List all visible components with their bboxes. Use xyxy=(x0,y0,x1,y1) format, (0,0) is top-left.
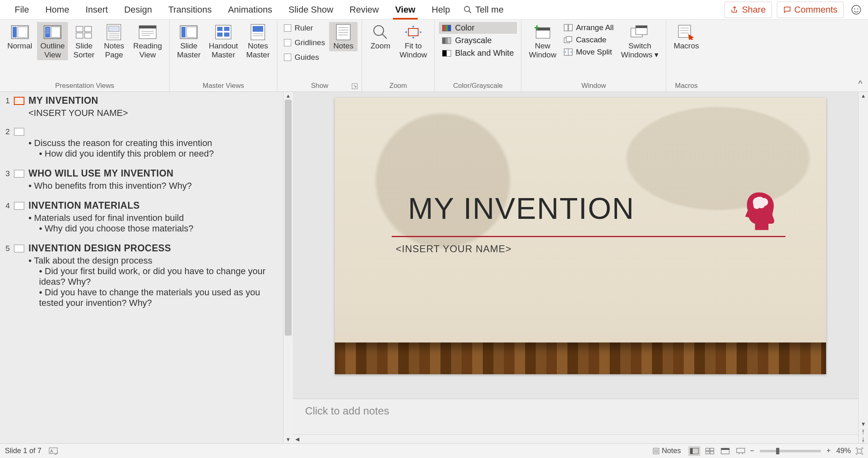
spellcheck-icon[interactable] xyxy=(49,447,58,455)
scroll-up-icon[interactable]: ▲ xyxy=(286,92,291,100)
outline-slide[interactable]: 4INVENTION MATERIALSMaterials used for f… xyxy=(3,200,279,234)
next-slide-icon[interactable]: ⭳ xyxy=(861,436,866,443)
svg-line-1 xyxy=(469,11,471,13)
fit-to-window-icon xyxy=(403,24,423,40)
outline-slide-thumb[interactable] xyxy=(14,202,24,210)
zoom-button[interactable]: Zoom xyxy=(366,22,395,51)
scroll-down-icon[interactable]: ▼ xyxy=(861,420,866,428)
tell-me-search[interactable]: Tell me xyxy=(463,4,504,15)
outline-slide[interactable]: 3WHO WILL USE MY INVENTIONWho benefits f… xyxy=(3,168,279,191)
zoom-out-button[interactable]: − xyxy=(748,447,756,455)
scroll-track[interactable] xyxy=(284,100,293,436)
arrange-all-button[interactable]: Arrange All xyxy=(561,22,616,33)
scroll-down-icon[interactable]: ▼ xyxy=(286,436,291,443)
outline-slide[interactable]: 1MY INVENTION<INSERT YOUR NAME> xyxy=(3,95,279,118)
outline-slide-body[interactable]: Materials used for final invention build… xyxy=(28,213,279,234)
group-color-grayscale-label: Color/Grayscale xyxy=(439,80,517,91)
grayscale-label: Grayscale xyxy=(455,36,492,45)
tab-transitions[interactable]: Transitions xyxy=(160,0,220,19)
comments-button[interactable]: Comments xyxy=(777,2,844,18)
gridlines-checkbox[interactable]: Gridlines xyxy=(281,37,327,49)
grayscale-mode-button[interactable]: Grayscale xyxy=(439,35,517,46)
slide-title[interactable]: MY INVENTION xyxy=(408,191,635,226)
tab-view[interactable]: View xyxy=(387,0,424,19)
ruler-checkbox[interactable]: Ruler xyxy=(281,22,327,34)
tab-file[interactable]: File xyxy=(7,0,37,19)
feedback-smiley-icon[interactable] xyxy=(851,4,861,15)
outline-slide[interactable]: 2Discuss the reason for creating this in… xyxy=(3,127,279,159)
zoom-slider[interactable] xyxy=(760,450,821,452)
outline-slide-body[interactable]: Who benefits from this invention? Why? xyxy=(28,181,279,191)
slide-sorter-button[interactable]: Slide Sorter xyxy=(70,22,98,60)
notes-toggle-button[interactable]: Notes xyxy=(329,22,358,51)
new-window-button[interactable]: New Window xyxy=(526,22,560,60)
scroll-left-icon[interactable]: ◀ xyxy=(293,436,302,442)
outline-slide-thumb[interactable] xyxy=(14,244,24,253)
slide-master-icon xyxy=(179,24,198,40)
outline-slide-title[interactable]: INVENTION DESIGN PROCESS xyxy=(28,243,171,254)
scroll-track[interactable] xyxy=(302,435,859,443)
outline-slide-thumb[interactable] xyxy=(14,170,24,178)
move-split-button[interactable]: Move Split xyxy=(561,46,616,58)
stage-scrollbar[interactable]: ▲ ▼ ⭱ ⭳ xyxy=(858,92,868,443)
collapse-ribbon-button[interactable]: ^ xyxy=(858,79,868,92)
normal-view-status-button[interactable] xyxy=(688,446,700,456)
outline-scrollbar[interactable]: ▲ ▼ xyxy=(283,92,293,443)
prev-slide-icon[interactable]: ⭱ xyxy=(861,428,866,436)
slide-master-button[interactable]: Slide Master xyxy=(174,22,204,60)
outline-slide-body[interactable]: Discuss the reason for creating this inv… xyxy=(28,138,279,159)
outline-slide[interactable]: 5INVENTION DESIGN PROCESSTalk about the … xyxy=(3,243,279,308)
outline-slide-title[interactable]: WHO WILL USE MY INVENTION xyxy=(28,168,174,179)
cascade-button[interactable]: Cascade xyxy=(561,34,616,46)
zoom-slider-knob[interactable] xyxy=(776,448,779,454)
color-mode-button[interactable]: Color xyxy=(439,22,517,34)
normal-view-button[interactable]: Normal xyxy=(4,22,35,51)
blackwhite-mode-button[interactable]: Black and White xyxy=(439,47,517,59)
tab-animations[interactable]: Animations xyxy=(220,0,280,19)
share-icon xyxy=(731,6,739,14)
tab-slide-show[interactable]: Slide Show xyxy=(280,0,341,19)
handout-master-label: Handout Master xyxy=(209,41,238,59)
notes-pane[interactable]: Click to add notes xyxy=(293,399,868,434)
tab-home[interactable]: Home xyxy=(37,0,77,19)
tab-help[interactable]: Help xyxy=(423,0,458,19)
notes-master-button[interactable]: Notes Master xyxy=(243,22,273,60)
checkbox-icon xyxy=(284,24,291,32)
scroll-thumb[interactable] xyxy=(285,100,292,336)
tab-insert[interactable]: Insert xyxy=(77,0,116,19)
share-button[interactable]: Share xyxy=(724,2,772,18)
slideshow-status-button[interactable] xyxy=(735,446,747,456)
outline-slide-thumb[interactable] xyxy=(14,128,24,136)
fit-to-window-button[interactable]: Fit to Window xyxy=(396,22,430,60)
outline-slide-body[interactable]: Talk about the design processDid your fi… xyxy=(28,255,279,308)
stage-hscrollbar[interactable]: ◀ ▶ xyxy=(293,434,868,443)
scroll-up-icon[interactable]: ▲ xyxy=(861,92,866,100)
zoom-percent[interactable]: 49% xyxy=(836,447,851,455)
notes-status-button[interactable]: Notes xyxy=(653,447,681,455)
reading-view-button[interactable]: Reading View xyxy=(130,22,165,60)
checkbox-icon xyxy=(284,54,291,61)
notes-page-button[interactable]: Notes Page xyxy=(100,22,128,60)
fit-slide-status-button[interactable] xyxy=(856,447,863,455)
tab-review[interactable]: Review xyxy=(341,0,387,19)
fit-to-window-label: Fit to Window xyxy=(399,41,427,59)
outline-slide-thumb[interactable] xyxy=(14,97,24,105)
outline-slide-title[interactable]: INVENTION MATERIALS xyxy=(28,200,140,211)
zoom-in-button[interactable]: + xyxy=(825,447,832,455)
outline-content[interactable]: 1MY INVENTION<INSERT YOUR NAME>2Discuss … xyxy=(0,92,283,443)
slide-canvas[interactable]: MY INVENTION <INSERT YOUR NAME> xyxy=(335,98,826,374)
macros-button[interactable]: Macros xyxy=(670,22,702,51)
guides-checkbox[interactable]: Guides xyxy=(281,51,327,63)
outline-slide-subtitle[interactable]: <INSERT YOUR NAME> xyxy=(28,108,279,118)
sorter-view-status-button[interactable] xyxy=(704,446,716,456)
reading-view-status-button[interactable] xyxy=(719,446,731,456)
slide-subtitle[interactable]: <INSERT YOUR NAME> xyxy=(396,243,512,255)
dialog-launcher-icon[interactable]: ↘ xyxy=(352,83,358,89)
outline-slide-title[interactable]: MY INVENTION xyxy=(28,95,98,106)
tab-design[interactable]: Design xyxy=(116,0,160,19)
scroll-track[interactable] xyxy=(859,100,868,420)
handout-master-button[interactable]: Handout Master xyxy=(205,22,241,60)
outline-view-button[interactable]: Outline View xyxy=(37,22,68,60)
bw-swatch-icon xyxy=(442,50,451,57)
switch-windows-button[interactable]: Switch Windows ▾ xyxy=(618,22,662,60)
